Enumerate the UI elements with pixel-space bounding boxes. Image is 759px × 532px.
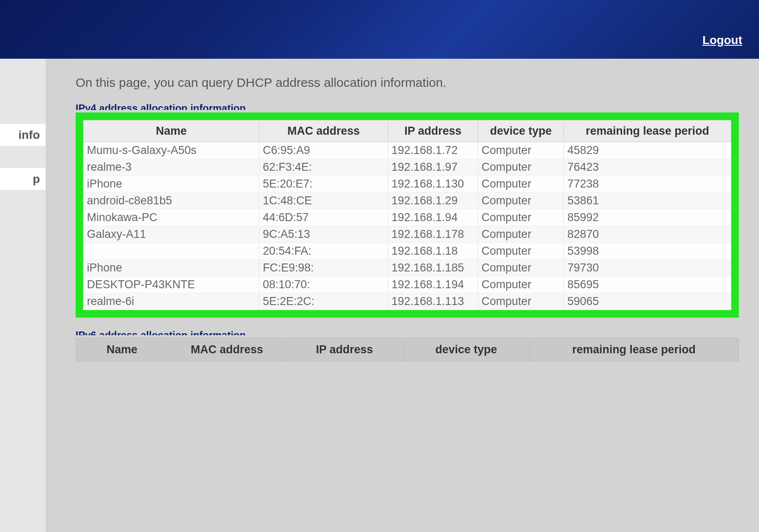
cell-lease: 59065 bbox=[564, 293, 731, 310]
cell-name: iPhone bbox=[84, 176, 259, 193]
logout-link[interactable]: Logout bbox=[702, 34, 742, 47]
cell-ip: 192.168.1.94 bbox=[388, 209, 478, 226]
cell-mac: 20:54:FA: bbox=[259, 243, 388, 260]
cell-lease: 53998 bbox=[564, 243, 731, 260]
sidebar-item-label: p bbox=[33, 172, 40, 186]
page-description: On this page, you can query DHCP address… bbox=[76, 76, 734, 90]
table-header-row: Name MAC address IP address device type … bbox=[84, 120, 731, 142]
cell-mac: 08:10:70: bbox=[259, 276, 388, 293]
table-row: Minokawa-PC44:6D:57192.168.1.94Computer8… bbox=[84, 209, 731, 226]
cell-mac: 9C:A5:13 bbox=[259, 226, 388, 243]
sidebar-item-secondary[interactable]: p bbox=[0, 168, 46, 190]
sidebar: info p bbox=[0, 59, 46, 532]
cell-name: Minokawa-PC bbox=[84, 209, 259, 226]
cell-type: Computer bbox=[478, 260, 564, 276]
col-header-name: Name bbox=[84, 120, 259, 142]
cell-lease: 76423 bbox=[564, 159, 731, 176]
ipv4-highlight-box: Name MAC address IP address device type … bbox=[76, 112, 739, 318]
cell-name: DESKTOP-P43KNTE bbox=[84, 276, 259, 293]
col-header-lease: remaining lease period bbox=[564, 120, 731, 142]
cell-ip: 192.168.1.185 bbox=[388, 260, 478, 276]
cell-ip: 192.168.1.113 bbox=[388, 293, 478, 310]
cell-mac: 5E:20:E7: bbox=[259, 176, 388, 193]
main-content: On this page, you can query DHCP address… bbox=[46, 59, 759, 532]
cell-type: Computer bbox=[478, 293, 564, 310]
cell-name: Galaxy-A11 bbox=[84, 226, 259, 243]
cell-type: Computer bbox=[478, 142, 564, 159]
col-header-name: Name bbox=[76, 338, 168, 362]
cell-lease: 79730 bbox=[564, 260, 731, 276]
ipv4-allocation-table: Name MAC address IP address device type … bbox=[83, 120, 731, 310]
table-row: realme-362:F3:4E:192.168.1.97Computer764… bbox=[84, 159, 731, 176]
cell-ip: 192.168.1.178 bbox=[388, 226, 478, 243]
cell-name: iPhone bbox=[84, 260, 259, 276]
cell-name: realme-6i bbox=[84, 293, 259, 310]
cell-ip: 192.168.1.194 bbox=[388, 276, 478, 293]
cell-type: Computer bbox=[478, 226, 564, 243]
ipv6-section-title: IPv6 address allocation information bbox=[76, 329, 734, 335]
cell-mac: 5E:2E:2C: bbox=[259, 293, 388, 310]
col-header-lease: remaining lease period bbox=[529, 338, 739, 362]
cell-type: Computer bbox=[478, 159, 564, 176]
cell-ip: 192.168.1.29 bbox=[388, 193, 478, 209]
cell-ip: 192.168.1.97 bbox=[388, 159, 478, 176]
table-row: iPhoneFC:E9:98:192.168.1.185Computer7973… bbox=[84, 260, 731, 276]
cell-type: Computer bbox=[478, 193, 564, 209]
cell-type: Computer bbox=[478, 243, 564, 260]
table-row: Galaxy-A119C:A5:13192.168.1.178Computer8… bbox=[84, 226, 731, 243]
table-row: iPhone5E:20:E7:192.168.1.130Computer7723… bbox=[84, 176, 731, 193]
table-row: Mumu-s-Galaxy-A50sC6:95:A9192.168.1.72Co… bbox=[84, 142, 731, 159]
cell-type: Computer bbox=[478, 276, 564, 293]
col-header-ip: IP address bbox=[286, 338, 403, 362]
cell-name: android-c8e81b5 bbox=[84, 193, 259, 209]
ipv6-allocation-table: Name MAC address IP address device type … bbox=[76, 338, 739, 362]
cell-ip: 192.168.1.18 bbox=[388, 243, 478, 260]
cell-mac: 62:F3:4E: bbox=[259, 159, 388, 176]
col-header-ip: IP address bbox=[388, 120, 478, 142]
table-row: DESKTOP-P43KNTE08:10:70:192.168.1.194Com… bbox=[84, 276, 731, 293]
table-header-row: Name MAC address IP address device type … bbox=[76, 338, 739, 362]
cell-type: Computer bbox=[478, 176, 564, 193]
cell-lease: 77238 bbox=[564, 176, 731, 193]
cell-ip: 192.168.1.130 bbox=[388, 176, 478, 193]
cell-lease: 85695 bbox=[564, 276, 731, 293]
table-row: realme-6i5E:2E:2C:192.168.1.113Computer5… bbox=[84, 293, 731, 310]
cell-lease: 45829 bbox=[564, 142, 731, 159]
cell-mac: FC:E9:98: bbox=[259, 260, 388, 276]
ipv4-section-title: IPv4 address allocation information bbox=[76, 102, 734, 110]
cell-name: realme-3 bbox=[84, 159, 259, 176]
table-row: 20:54:FA:192.168.1.18Computer53998 bbox=[84, 243, 731, 260]
cell-name: Mumu-s-Galaxy-A50s bbox=[84, 142, 259, 159]
sidebar-item-info[interactable]: info bbox=[0, 124, 46, 146]
cell-name bbox=[84, 243, 259, 260]
table-row: android-c8e81b51C:48:CE192.168.1.29Compu… bbox=[84, 193, 731, 209]
cell-lease: 85992 bbox=[564, 209, 731, 226]
col-header-mac: MAC address bbox=[168, 338, 286, 362]
col-header-type: device type bbox=[403, 338, 529, 362]
cell-ip: 192.168.1.72 bbox=[388, 142, 478, 159]
col-header-mac: MAC address bbox=[259, 120, 388, 142]
cell-mac: 44:6D:57 bbox=[259, 209, 388, 226]
header-bar: Logout bbox=[0, 0, 759, 59]
cell-type: Computer bbox=[478, 209, 564, 226]
sidebar-item-label: info bbox=[18, 128, 40, 142]
cell-lease: 53861 bbox=[564, 193, 731, 209]
col-header-type: device type bbox=[478, 120, 564, 142]
cell-mac: C6:95:A9 bbox=[259, 142, 388, 159]
cell-lease: 82870 bbox=[564, 226, 731, 243]
cell-mac: 1C:48:CE bbox=[259, 193, 388, 209]
